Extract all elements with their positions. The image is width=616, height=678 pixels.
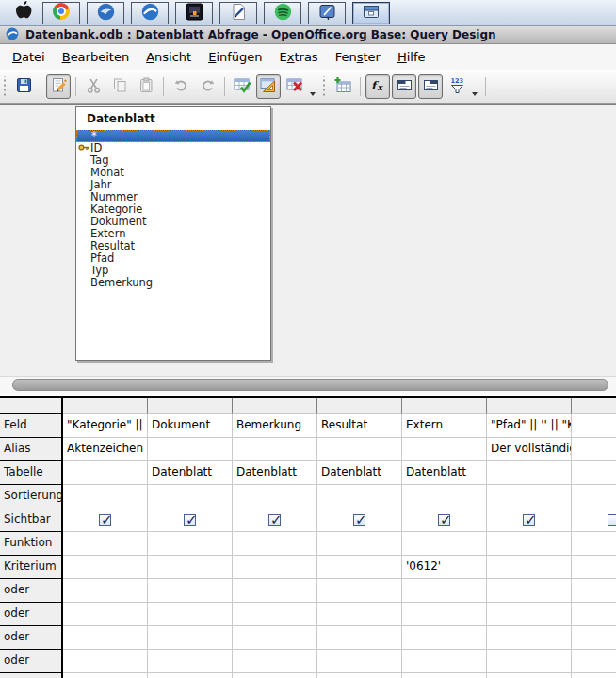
grid-cell-alias-col4[interactable] (317, 438, 402, 461)
taskbar-item-chrome[interactable] (42, 2, 80, 24)
grid-cell-tabelle-col4[interactable]: Datenblatt (317, 461, 402, 485)
grid-cell-sortierung-col1[interactable] (63, 485, 148, 508)
toolbar-overflow-arrow[interactable] (310, 92, 316, 96)
menu-datei[interactable]: Datei (4, 47, 54, 67)
grid-cell-oder-0-col1[interactable] (63, 579, 148, 603)
taskbar-item-openoffice[interactable] (131, 2, 169, 24)
grid-cell-oder-3-col6[interactable] (487, 650, 572, 673)
menu-bearbeiten[interactable]: Bearbeiten (54, 47, 138, 67)
grid-cell-funktion-col3[interactable] (233, 532, 317, 556)
grid-cell-sortierung-col5[interactable] (402, 485, 487, 508)
grid-cell-oder-3-col1[interactable] (63, 650, 148, 673)
grid-cell-oder-1-col1[interactable] (63, 603, 148, 626)
save-button[interactable] (11, 74, 36, 99)
grid-cell-feld-col7[interactable] (572, 414, 616, 438)
grid-cell-alias-col7[interactable] (572, 438, 616, 461)
grid-cell-oder-3-col7[interactable] (572, 650, 616, 673)
grid-cell-feld-col1[interactable]: "Kategorie" || '-' | (63, 414, 148, 438)
grid-cell-oder-2-col2[interactable] (148, 626, 233, 650)
grid-cell-sortierung-col7[interactable] (572, 485, 616, 508)
grid-cell-oder-0-col7[interactable] (572, 579, 616, 603)
distinct-values-button[interactable]: 123 (445, 74, 469, 99)
grid-cell-kriterium-col1[interactable] (63, 556, 148, 579)
grid-cell-sortierung-col2[interactable] (148, 485, 233, 508)
grid-cell-oder-1-col5[interactable] (402, 603, 487, 626)
horizontal-scrollbar-thumb[interactable] (12, 379, 608, 391)
grid-cell-sortierung-col6[interactable] (487, 485, 572, 508)
field-list-header[interactable]: Datenblatt (76, 107, 270, 130)
grid-cell-feld-col2[interactable]: Dokument (148, 414, 233, 438)
grid-cell-alias-col5[interactable] (402, 438, 487, 461)
taskbar-item-screen-sharing[interactable] (308, 2, 346, 24)
grid-cell-sortierung-col4[interactable] (317, 485, 402, 508)
grid-cell-kriterium-col5[interactable]: '0612' (402, 556, 487, 579)
menu-hilfe[interactable]: Hilfe (389, 47, 434, 67)
grid-cell-tabelle-col2[interactable]: Datenblatt (148, 461, 233, 485)
horizontal-scrollbar[interactable] (0, 376, 616, 394)
grid-cell-oder-3-col2[interactable] (148, 650, 233, 673)
grid-cell-oder-0-col2[interactable] (148, 579, 233, 603)
edit-mode-button[interactable] (46, 74, 71, 99)
grid-column-header-1[interactable] (63, 398, 148, 414)
grid-column-header-4[interactable] (317, 398, 402, 414)
grid-cell-alias-col2[interactable] (148, 438, 233, 461)
grid-cell-feld-col3[interactable]: Bemerkung (233, 414, 317, 438)
grid-cell-kriterium-col4[interactable] (317, 556, 402, 579)
grid-cell-funktion-col1[interactable] (63, 532, 148, 556)
grid-cell-tabelle-col6[interactable] (487, 461, 572, 485)
grid-cell-partial-col6[interactable] (487, 673, 572, 678)
visible-checkbox-col7[interactable] (608, 514, 616, 526)
grid-cell-oder-2-col3[interactable] (233, 626, 317, 650)
grid-cell-tabelle-col1[interactable] (63, 461, 148, 485)
grid-cell-partial-col7[interactable] (572, 673, 616, 678)
visible-checkbox-col6[interactable] (523, 514, 535, 526)
grid-cell-tabelle-col7[interactable] (572, 461, 616, 485)
grid-cell-oder-1-col6[interactable] (487, 603, 572, 626)
grid-cell-oder-2-col7[interactable] (572, 626, 616, 650)
grid-cell-funktion-col2[interactable] (148, 532, 233, 556)
visible-checkbox-col5[interactable] (438, 514, 450, 526)
grid-cell-feld-col4[interactable]: Resultat (317, 414, 402, 438)
grid-cell-sortierung-col3[interactable] (233, 485, 317, 508)
grid-column-header-6[interactable] (487, 398, 572, 414)
alias-button[interactable] (418, 74, 443, 99)
grid-cell-oder-3-col5[interactable] (402, 650, 487, 673)
clear-query-button[interactable] (283, 74, 307, 99)
grid-cell-oder-2-col6[interactable] (487, 626, 572, 650)
grid-column-header-7[interactable] (572, 398, 616, 414)
grid-cell-partial-col3[interactable] (233, 673, 317, 678)
grid-cell-partial-col4[interactable] (317, 673, 402, 678)
grid-cell-funktion-col4[interactable] (317, 532, 402, 556)
toolbar-grip[interactable] (322, 76, 326, 97)
grid-cell-feld-col6[interactable]: "Pfad" || '' || "Kate (487, 414, 572, 438)
grid-cell-feld-col5[interactable]: Extern (402, 414, 487, 438)
add-table-button[interactable] (331, 74, 355, 99)
menu-extras[interactable]: Extras (271, 47, 327, 67)
toolbar-overflow-arrow[interactable] (472, 92, 478, 96)
grid-cell-funktion-col6[interactable] (487, 532, 572, 556)
grid-cell-kriterium-col2[interactable] (148, 556, 233, 579)
grid-column-header-5[interactable] (402, 398, 487, 414)
toolbar-grip[interactable] (3, 76, 7, 97)
visible-checkbox-col3[interactable] (268, 514, 281, 526)
grid-cell-oder-1-col4[interactable] (317, 603, 402, 626)
grid-cell-alias-col1[interactable]: Aktenzeichen (63, 438, 148, 461)
grid-cell-oder-0-col4[interactable] (317, 579, 402, 603)
apple-menu[interactable] (11, 0, 36, 25)
grid-cell-oder-0-col6[interactable] (487, 579, 572, 603)
grid-cell-oder-0-col3[interactable] (233, 579, 317, 603)
taskbar-item-thunderbird[interactable] (87, 2, 124, 24)
grid-cell-oder-3-col3[interactable] (233, 650, 317, 673)
visible-checkbox-col1[interactable] (99, 514, 111, 526)
table-name-button[interactable] (392, 74, 416, 99)
taskbar-item-text-editor[interactable] (219, 2, 257, 24)
taskbar-item-dark-app[interactable] (175, 2, 213, 24)
grid-cell-oder-3-col4[interactable] (317, 650, 402, 673)
grid-cell-oder-0-col5[interactable] (402, 579, 487, 603)
menu-einfgen[interactable]: Einfügen (200, 47, 270, 67)
visible-checkbox-col2[interactable] (184, 514, 196, 526)
visible-checkbox-col4[interactable] (353, 514, 365, 526)
functions-button[interactable]: fx (365, 74, 390, 99)
grid-column-header-3[interactable] (233, 398, 317, 414)
grid-cell-oder-1-col3[interactable] (233, 603, 317, 626)
